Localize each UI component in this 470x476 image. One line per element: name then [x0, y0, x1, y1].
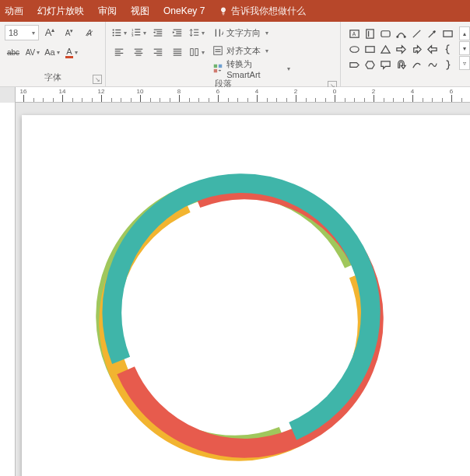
shape-arrow[interactable] [425, 26, 439, 40]
shape-text-box[interactable]: A [347, 26, 361, 40]
svg-rect-26 [115, 55, 121, 56]
slide[interactable] [22, 115, 470, 476]
shape-brace-r[interactable] [440, 58, 454, 72]
tab-review[interactable]: 审阅 [98, 5, 117, 18]
tab-slideshow[interactable]: 幻灯片放映 [37, 5, 84, 18]
shape-r-arrow[interactable] [394, 42, 408, 56]
svg-point-4 [113, 34, 114, 36]
svg-rect-24 [115, 51, 121, 51]
columns-icon [189, 47, 200, 58]
convert-smartart-button[interactable]: 转换为 SmartArt [209, 61, 294, 76]
ring-shape[interactable] [92, 170, 388, 465]
svg-rect-33 [154, 53, 163, 54]
svg-rect-38 [174, 55, 182, 56]
svg-rect-18 [177, 33, 182, 34]
shape-line[interactable] [409, 26, 423, 40]
vertical-ruler[interactable] [0, 103, 16, 476]
shape-rect2[interactable] [363, 42, 377, 56]
shapes-scroll-up[interactable]: ▴ [459, 26, 470, 40]
shapes-scroll-down[interactable]: ▾ [459, 41, 470, 55]
align-center-button[interactable] [130, 44, 147, 60]
bullets-button[interactable] [110, 25, 128, 40]
shape-curve2[interactable] [425, 58, 439, 72]
font-size-value: 18 [9, 28, 18, 37]
tell-me-search[interactable]: 告诉我你想做什么 [219, 5, 306, 18]
svg-rect-44 [216, 51, 221, 52]
tab-view[interactable]: 视图 [131, 5, 149, 18]
align-justify-button[interactable] [169, 44, 186, 60]
decrease-indent-button[interactable] [149, 25, 167, 40]
shape-callout[interactable] [378, 58, 392, 72]
numbering-button[interactable]: 123 [130, 25, 147, 40]
svg-rect-23 [115, 49, 124, 50]
svg-rect-37 [174, 53, 182, 54]
svg-line-56 [428, 30, 434, 37]
align-right-button[interactable] [149, 44, 167, 60]
svg-rect-39 [191, 49, 194, 56]
shape-l-arrow[interactable] [425, 42, 439, 56]
shape-edit-points[interactable] [394, 26, 408, 40]
text-direction-icon: ┃┃A [212, 27, 223, 38]
shape-pentagon[interactable] [347, 58, 361, 72]
svg-rect-27 [135, 49, 143, 50]
bullets-icon [111, 27, 122, 38]
char-spacing-button[interactable]: AV [24, 44, 41, 60]
increase-font-button[interactable]: A▴ [41, 25, 58, 40]
svg-rect-5 [116, 35, 121, 36]
shape-corner-arrow[interactable] [409, 42, 423, 56]
font-color-button[interactable]: A [63, 44, 80, 60]
font-dialog-launcher[interactable]: ↘ [93, 75, 102, 84]
font-size-input[interactable]: 18 ▾ [5, 25, 39, 40]
svg-rect-13 [157, 31, 163, 32]
align-text-button[interactable]: 对齐文本 [209, 43, 294, 58]
svg-rect-36 [174, 51, 182, 51]
svg-rect-21 [194, 32, 198, 33]
svg-line-55 [412, 30, 419, 37]
shape-rounded-rect[interactable] [378, 26, 392, 40]
shape-hexagon[interactable] [363, 58, 377, 72]
svg-rect-9 [135, 32, 141, 33]
group-shapes: A [341, 22, 470, 86]
shape-oval[interactable] [347, 42, 361, 56]
columns-button[interactable] [188, 44, 205, 60]
svg-rect-15 [154, 36, 163, 37]
change-case-button[interactable]: Aa [44, 44, 61, 60]
shape-triangle[interactable] [378, 42, 392, 56]
smartart-icon [212, 63, 223, 74]
horizontal-ruler[interactable]: 1614121086420246 [16, 87, 470, 103]
svg-rect-46 [219, 65, 222, 68]
align-right-icon [153, 47, 163, 58]
tab-onekey[interactable]: OneKey 7 [163, 5, 205, 16]
tab-animation[interactable]: 动画 [5, 5, 23, 18]
text-direction-button[interactable]: ┃┃A 文字方向 [209, 25, 294, 40]
align-left-button[interactable] [110, 44, 128, 60]
svg-text:3: 3 [132, 33, 134, 37]
ruler-corner [0, 87, 16, 103]
svg-rect-3 [116, 32, 121, 33]
shape-rect[interactable] [440, 26, 454, 40]
strike-button[interactable]: abc [5, 44, 22, 60]
decrease-font-button[interactable]: A▾ [61, 25, 78, 40]
slide-area[interactable] [16, 103, 470, 476]
svg-point-54 [404, 36, 405, 37]
shape-vert-text[interactable] [363, 26, 377, 40]
svg-rect-52 [381, 30, 389, 37]
increase-indent-button[interactable] [169, 25, 186, 40]
svg-point-2 [113, 32, 114, 33]
svg-rect-11 [135, 34, 141, 35]
svg-rect-1 [116, 30, 121, 30]
svg-rect-12 [154, 30, 163, 30]
shape-u-arrow[interactable] [394, 58, 408, 72]
line-spacing-button[interactable] [188, 25, 205, 40]
lightbulb-icon [219, 6, 228, 16]
svg-rect-25 [115, 53, 124, 54]
shapes-expand[interactable]: ▿ [459, 56, 470, 70]
group-font: 18 ▾ A▴ A▾ A̷ abc AV Aa A 字体 ↘ [0, 22, 106, 86]
group-font-label: 字体 ↘ [0, 70, 105, 86]
shape-curve[interactable] [409, 58, 423, 72]
svg-point-0 [113, 29, 114, 30]
clear-format-button[interactable]: A̷ [80, 25, 97, 40]
shape-brace-l[interactable] [440, 42, 454, 56]
svg-rect-57 [443, 30, 451, 37]
svg-rect-34 [157, 55, 163, 56]
